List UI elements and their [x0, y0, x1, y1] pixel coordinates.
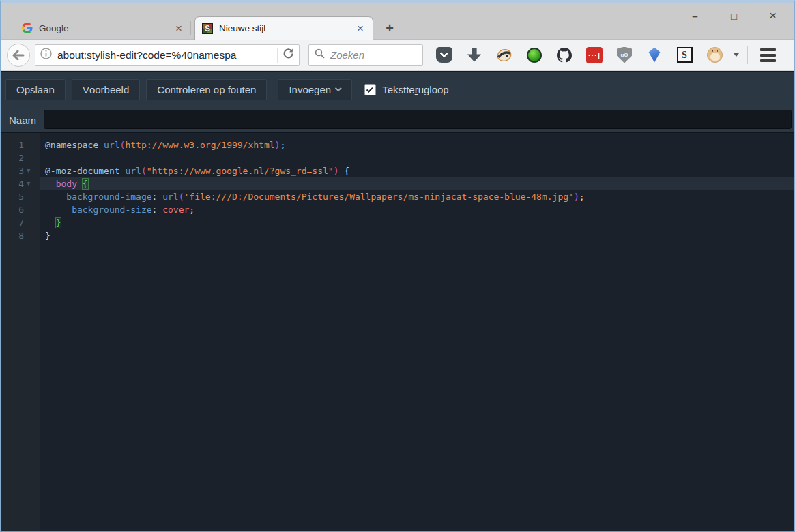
code-text[interactable]: @-moz-document url("https://www.google.n… — [40, 164, 794, 177]
check-errors-button[interactable]: Controleren op fouten — [146, 79, 267, 100]
code-line[interactable]: 6 background-size: cover; — [1, 203, 794, 216]
tab-nieuwe-stijl[interactable]: S Nieuwe stijl × — [194, 16, 373, 40]
close-button[interactable]: × — [753, 5, 792, 26]
code-line[interactable]: 1@namespace url(http://www.w3.org/1999/x… — [1, 138, 794, 151]
code-editor[interactable]: 1@namespace url(http://www.w3.org/1999/x… — [1, 133, 794, 531]
stylish-toolbar-icon[interactable]: S — [669, 42, 699, 68]
tab-close-icon[interactable]: × — [173, 23, 184, 34]
stylish-favicon: S — [202, 23, 213, 34]
code-text[interactable] — [40, 151, 794, 164]
code-text[interactable]: background-size: cover; — [40, 203, 794, 216]
word-wrap-label: Tekstterugloop — [382, 84, 449, 95]
search-icon — [315, 48, 325, 61]
tab-title: Nieuwe stijl — [219, 23, 355, 33]
preview-button[interactable]: Voorbeeld — [72, 79, 140, 100]
code-line[interactable]: 3▼@-moz-document url("https://www.google… — [1, 164, 794, 177]
code-text[interactable]: } — [40, 229, 794, 242]
github-icon[interactable] — [549, 42, 579, 68]
new-tab-button[interactable]: + — [381, 20, 399, 37]
code-line[interactable]: 2 — [1, 151, 794, 164]
download-icon[interactable] — [459, 42, 489, 68]
green-circle-icon[interactable] — [519, 42, 549, 68]
lastpass-icon[interactable]: ···| — [579, 42, 609, 68]
search-box[interactable]: Zoeken — [308, 44, 423, 66]
toolbar-divider — [747, 46, 748, 64]
code-line[interactable]: 8} — [1, 229, 794, 242]
privacy-badger-icon[interactable] — [489, 42, 519, 68]
menu-icon[interactable] — [752, 42, 783, 68]
word-wrap-checkbox[interactable] — [364, 84, 376, 95]
toolbar-separator — [274, 80, 274, 100]
chevron-down-icon — [335, 85, 342, 91]
name-label: Naam — [1, 115, 40, 126]
tab-google[interactable]: Google × — [15, 16, 191, 40]
back-button[interactable] — [7, 44, 30, 67]
urlbar-divider — [277, 48, 278, 63]
extension-toolbar: ···| uO S — [429, 42, 783, 68]
line-number: 7 — [1, 216, 40, 229]
line-number: 6 — [1, 203, 40, 216]
code-line[interactable]: 5 background-image: url('file:///D:/Docu… — [1, 190, 794, 203]
browser-window: Google × S Nieuwe stijl × + – □ × about:… — [0, 0, 795, 532]
tab-title: Google — [39, 23, 173, 33]
minimize-button[interactable]: – — [676, 5, 714, 26]
style-name-input[interactable] — [44, 110, 792, 129]
line-number: 4▼ — [1, 177, 40, 190]
save-button[interactable]: Opslaan — [5, 79, 66, 100]
tab-close-icon[interactable]: × — [355, 23, 366, 34]
search-placeholder: Zoeken — [330, 49, 364, 61]
pocket-icon[interactable] — [429, 42, 459, 68]
maximize-button[interactable]: □ — [714, 5, 753, 26]
code-text[interactable]: } — [40, 216, 794, 229]
ublock-origin-icon[interactable]: uO — [609, 42, 639, 68]
url-bar[interactable]: about:stylish-edit?code=%40namespa — [35, 44, 300, 66]
insert-dropdown-button[interactable]: Invoegen — [278, 79, 352, 100]
page-info-icon[interactable] — [40, 48, 52, 62]
google-favicon — [22, 23, 33, 33]
reload-icon[interactable] — [283, 48, 294, 62]
checkmark-icon — [366, 86, 373, 93]
line-number: 1 — [1, 138, 40, 151]
greasemonkey-dropdown-icon[interactable] — [729, 53, 743, 57]
code-text[interactable]: body { — [40, 177, 794, 190]
code-line[interactable]: 7 } — [1, 216, 794, 229]
style-name-row: Naam — [1, 108, 794, 133]
titlebar: Google × S Nieuwe stijl × + – □ × — [1, 3, 794, 40]
fold-marker-icon[interactable]: ▼ — [27, 177, 30, 190]
fold-marker-icon[interactable]: ▼ — [27, 164, 30, 177]
greasemonkey-icon[interactable] — [699, 42, 729, 68]
code-text[interactable]: background-image: url('file:///D:/Docume… — [40, 190, 794, 203]
stylish-editor-toolbar: Opslaan Voorbeeld Controleren op fouten … — [1, 71, 794, 108]
navigation-bar: about:stylish-edit?code=%40namespa Zoeke… — [1, 40, 794, 71]
line-number: 2 — [1, 151, 40, 164]
line-number: 8 — [1, 229, 40, 242]
window-controls: – □ × — [676, 5, 792, 26]
code-text[interactable]: @namespace url(http://www.w3.org/1999/xh… — [40, 138, 794, 151]
line-number: 3▼ — [1, 164, 40, 177]
code-line[interactable]: 4▼ body { — [1, 177, 794, 190]
blue-gem-icon[interactable] — [639, 42, 669, 68]
line-number: 5 — [1, 190, 40, 203]
url-text[interactable]: about:stylish-edit?code=%40namespa — [57, 49, 272, 61]
